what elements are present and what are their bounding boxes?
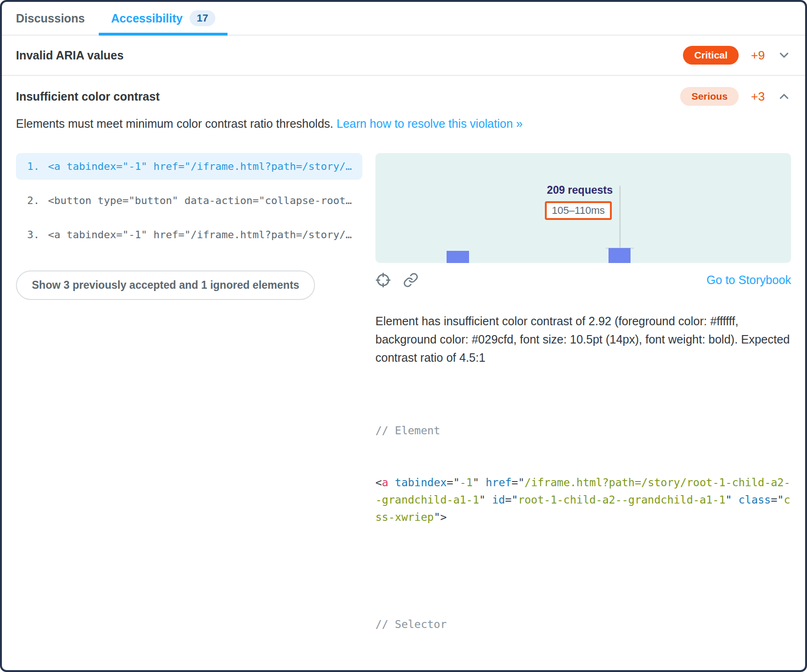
highlighted-element-box: 105–110ms (545, 201, 612, 220)
preview-bar (609, 248, 631, 263)
go-to-storybook-link[interactable]: Go to Storybook (706, 273, 791, 287)
element-list-item-3[interactable]: 3. <a tabindex="-1" href="/iframe.html?p… (16, 221, 362, 248)
element-code-snippet: <a tabindex="-1" href="/iframe.html?path… (48, 229, 352, 241)
rule-title: Insufficient color contrast (16, 90, 680, 103)
element-code: <a tabindex="-1" href="/iframe.html?path… (375, 474, 791, 526)
tab-discussions-label: Discussions (16, 12, 85, 25)
crosshair-icon (375, 272, 391, 288)
selector-code-block: // Selector .css-ocnlra > div > div[data… (375, 581, 791, 672)
rule-meta: Serious +3 (680, 87, 791, 106)
element-detail-pane: 209 requests 105–110ms Go to Storybo (375, 153, 791, 672)
story-preview-image: 209 requests 105–110ms (375, 153, 791, 263)
element-list-item-1[interactable]: 1. <a tabindex="-1" href="/iframe.html?p… (16, 153, 362, 180)
element-code-comment: // Element (375, 422, 791, 439)
chevron-up-icon[interactable] (777, 89, 791, 103)
element-number: 1. (27, 161, 40, 172)
element-number: 3. (27, 229, 40, 241)
element-list-item-2[interactable]: 2. <button type="button" data-action="co… (16, 187, 362, 214)
tab-discussions[interactable]: Discussions (16, 2, 85, 35)
severity-badge-serious: Serious (680, 87, 739, 106)
active-tab-underline (99, 33, 227, 36)
severity-badge-critical: Critical (683, 46, 739, 65)
violating-elements-list: 1. <a tabindex="-1" href="/iframe.html?p… (16, 153, 362, 300)
preview-tooltip-title: 209 requests (547, 184, 613, 197)
learn-how-link[interactable]: Learn how to resolve this violation » (337, 117, 522, 130)
chevron-down-icon[interactable] (777, 48, 791, 62)
element-code-snippet: <button type="button" data-action="colla… (48, 195, 352, 206)
rule-row-insufficient-color-contrast[interactable]: Insufficient color contrast Serious +3 (2, 76, 805, 110)
rule-description-text: Elements must meet minimum color contras… (16, 117, 333, 130)
tab-accessibility[interactable]: Accessibility 17 (99, 2, 227, 35)
preview-bar (447, 251, 469, 263)
rule-title: Invalid ARIA values (16, 49, 683, 62)
selector-code: .css-ocnlra > div > div[data-highlighted… (375, 668, 791, 672)
rule-detail-columns: 1. <a tabindex="-1" href="/iframe.html?p… (2, 153, 805, 672)
tab-accessibility-label: Accessibility (111, 12, 183, 25)
accessibility-panel: Discussions Accessibility 17 Invalid ARI… (0, 0, 807, 672)
copy-link-button[interactable] (403, 272, 418, 288)
selector-code-comment: // Selector (375, 616, 791, 633)
more-count: +3 (751, 89, 765, 104)
rule-row-invalid-aria-values[interactable]: Invalid ARIA values Critical +9 (2, 36, 805, 76)
element-number: 2. (27, 195, 40, 206)
tab-bar: Discussions Accessibility 17 (2, 2, 805, 36)
more-count: +9 (751, 48, 765, 63)
rule-section-color-contrast: Insufficient color contrast Serious +3 E… (2, 76, 805, 672)
show-accepted-elements-button[interactable]: Show 3 previously accepted and 1 ignored… (16, 270, 315, 300)
rule-meta: Critical +9 (683, 46, 791, 65)
element-code-snippet: <a tabindex="-1" href="/iframe.html?path… (48, 161, 352, 172)
locate-element-button[interactable] (375, 272, 391, 288)
element-code-block: // Element <a tabindex="-1" href="/ifram… (375, 387, 791, 561)
link-icon (403, 272, 418, 288)
violation-detail-text: Element has insufficient color contrast … (375, 312, 791, 367)
rule-description: Elements must meet minimum color contras… (2, 117, 805, 131)
preview-pointer-line (619, 186, 621, 248)
accessibility-count-badge: 17 (190, 10, 215, 26)
preview-actions-row: Go to Storybook (375, 272, 791, 288)
